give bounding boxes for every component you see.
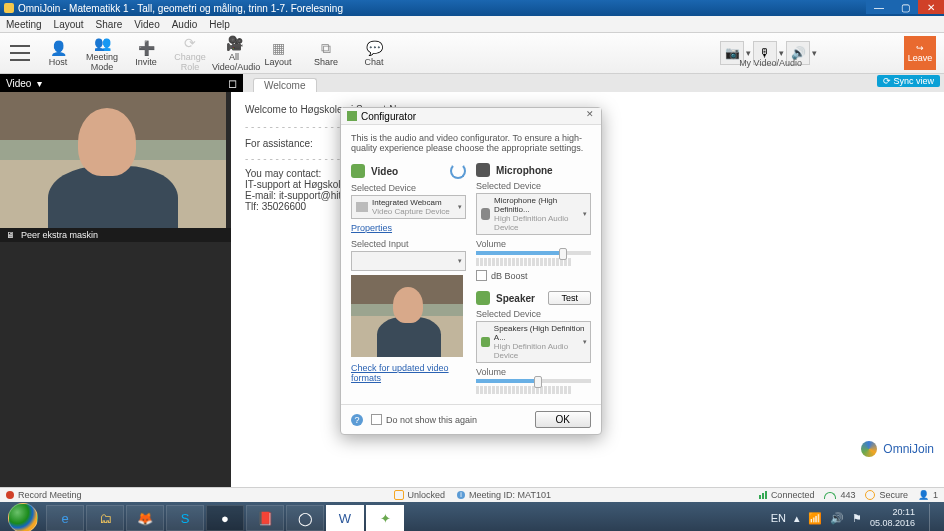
preview-face-shape [393,287,423,323]
mic-device-type: High Definition Audio Device [494,214,586,232]
window-maximize-button[interactable]: ▢ [892,0,918,14]
show-desktop-button[interactable] [929,504,938,531]
tray-chevron-icon[interactable]: ▴ [794,512,800,525]
window-close-button[interactable]: ✕ [918,0,944,14]
speaker-volume-label: Volume [476,367,591,377]
preview-body-shape [377,317,441,357]
video-panel-expand-icon[interactable]: ◻ [228,77,237,90]
configurator-icon [347,111,357,121]
db-boost-label: dB Boost [491,271,528,281]
hamburger-icon[interactable] [10,45,30,61]
change-role-button: ⟳ Change Role [168,34,212,72]
menu-meeting[interactable]: Meeting [6,19,42,30]
main-toolbar: 👤 Host 👥 Meeting Mode ➕ Invite ⟳ Change … [0,33,944,74]
leave-button[interactable]: ↪ Leave [904,36,936,70]
dialog-titlebar[interactable]: Configurator ✕ [341,108,601,125]
taskbar-clock[interactable]: 20:11 05.08.2016 [870,507,915,529]
chat-icon: 💬 [352,39,396,57]
clock-date: 05.08.2016 [870,518,915,529]
taskbar-app1-icon[interactable]: ● [206,505,244,531]
speaker-section-title: Speaker Test [476,291,591,305]
video-panel-header[interactable]: Video ▾ ◻ [0,74,243,92]
meeting-mode-icon: 👥 [80,34,124,52]
share-button[interactable]: ⧉ Share [304,39,348,67]
tab-welcome[interactable]: Welcome [253,78,317,92]
chevron-down-icon: ▾ [583,338,587,346]
tray-volume-icon[interactable]: 🔊 [830,512,844,525]
layout-icon: ▦ [256,39,300,57]
menu-help[interactable]: Help [209,19,230,30]
mic-volume-slider[interactable] [476,251,591,255]
video-selected-device-label: Selected Device [351,183,466,193]
webcam-icon [356,202,368,212]
signal-icon [759,491,767,499]
refresh-icon[interactable] [450,163,466,179]
do-not-show-checkbox[interactable]: Do not show this again [371,414,477,425]
video-device-select[interactable]: Integrated Webcam Video Capture Device ▾ [351,195,466,219]
taskbar-pdf-icon[interactable]: 📕 [246,505,284,531]
meeting-id-label: Meeting ID: MAT101 [469,490,551,500]
layout-button[interactable]: ▦ Layout [256,39,300,67]
user-icon: 👤 [918,490,929,500]
record-meeting-button[interactable]: Record Meeting [6,490,82,500]
mic-device-select[interactable]: Microphone (High Definitio... High Defin… [476,193,591,235]
menu-audio[interactable]: Audio [172,19,198,30]
host-button[interactable]: 👤 Host [36,39,80,67]
tab-bar: Welcome ⟳ Sync view [243,74,944,93]
speaker-small-icon [481,337,490,347]
mic-device-name: Microphone (High Definitio... [494,196,586,214]
leave-icon: ↪ [916,43,924,53]
mic-icon [481,208,490,220]
db-boost-checkbox[interactable]: dB Boost [476,270,591,281]
mic-vu-meter [476,258,591,266]
invite-button[interactable]: ➕ Invite [124,39,168,67]
slider-handle[interactable] [559,248,567,260]
taskbar-explorer-icon[interactable]: 🗂 [86,505,124,531]
speaker-volume-slider[interactable] [476,379,591,383]
check-formats-link[interactable]: Check for updated video formats [351,363,466,383]
dialog-footer: ? Do not show this again OK [341,404,601,434]
taskbar-chrome-icon[interactable]: ◯ [286,505,324,531]
dialog-close-button[interactable]: ✕ [583,109,597,121]
taskbar-firefox-icon[interactable]: 🦊 [126,505,164,531]
ok-button[interactable]: OK [535,411,591,428]
info-icon: i [457,491,465,499]
sync-view-label: Sync view [893,76,934,86]
start-button[interactable] [8,503,38,531]
window-titlebar[interactable]: OmniJoin - Matematikk 1 - Tall, geometri… [0,0,944,16]
chevron-down-icon: ▾ [37,78,42,89]
taskbar-omnijoin-icon[interactable]: ✦ [366,505,404,531]
connected-label: Connected [771,490,815,500]
speaker-device-type: High Definition Audio Device [494,342,586,360]
help-icon[interactable]: ? [351,414,363,426]
menu-layout[interactable]: Layout [54,19,84,30]
change-role-label: Change Role [168,52,212,72]
video-input-select[interactable]: ▾ [351,251,466,271]
taskbar-skype-icon[interactable]: S [166,505,204,531]
chat-button[interactable]: 💬 Chat [352,39,396,67]
host-icon: 👤 [36,39,80,57]
properties-link[interactable]: Properties [351,223,466,233]
taskbar-ie-icon[interactable]: e [46,505,84,531]
menu-video[interactable]: Video [134,19,159,30]
all-video-audio-button[interactable]: 🎥 All Video/Audio [212,34,256,72]
window-minimize-button[interactable]: — [866,0,892,14]
video-section-title: Video [351,163,466,179]
app-status-bar: Record Meeting Unlocked i Meeting ID: MA… [0,487,944,502]
participant-video[interactable] [0,92,226,228]
speaker-device-select[interactable]: Speakers (High Definition A... High Defi… [476,321,591,363]
menu-share[interactable]: Share [96,19,123,30]
all-video-audio-icon: 🎥 [212,34,256,52]
tray-network-icon[interactable]: 📶 [808,512,822,525]
taskbar-word-icon[interactable]: W [326,505,364,531]
test-speaker-button[interactable]: Test [548,291,591,305]
sync-view-button[interactable]: ⟳ Sync view [877,75,940,87]
meeting-mode-button[interactable]: 👥 Meeting Mode [80,34,124,72]
checkbox-icon [476,270,487,281]
lang-indicator[interactable]: EN [771,512,786,524]
system-tray: EN ▴ 📶 🔊 ⚑ 20:11 05.08.2016 [771,504,940,531]
record-icon [6,491,14,499]
tray-flag-icon[interactable]: ⚑ [852,512,862,525]
clock-time: 20:11 [870,507,915,518]
slider-handle[interactable] [534,376,542,388]
